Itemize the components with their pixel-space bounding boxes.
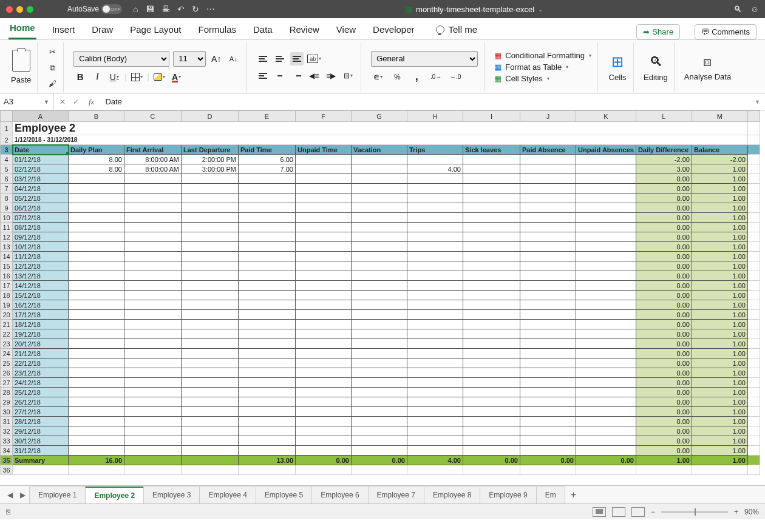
cell[interactable]: 30/12/18: [13, 436, 69, 446]
cell[interactable]: [296, 213, 352, 223]
page-break-view-icon[interactable]: [631, 507, 645, 517]
cell[interactable]: [296, 242, 352, 252]
cell[interactable]: [520, 368, 576, 378]
cell[interactable]: [576, 310, 636, 320]
cell[interactable]: [463, 203, 520, 213]
cell[interactable]: 15/12/18: [13, 291, 69, 300]
sheet-title[interactable]: Employee 2: [13, 122, 748, 135]
cell[interactable]: 01/12/18: [13, 155, 69, 164]
cell[interactable]: [576, 339, 636, 349]
cell[interactable]: [352, 164, 407, 174]
cell[interactable]: [520, 446, 576, 456]
table-header-cell[interactable]: Last Departure: [182, 145, 239, 155]
cell[interactable]: [296, 359, 352, 368]
cell[interactable]: [352, 329, 407, 339]
cell[interactable]: [352, 417, 407, 426]
name-box[interactable]: A3 ▼: [0, 93, 53, 110]
cell[interactable]: 1.00: [692, 397, 747, 407]
row-header[interactable]: 14: [1, 252, 13, 261]
cell[interactable]: [520, 203, 576, 213]
cell[interactable]: 1.00: [692, 271, 747, 281]
font-name-dropdown[interactable]: Calibri (Body): [73, 51, 169, 67]
row-header[interactable]: 13: [1, 242, 13, 252]
cell[interactable]: [124, 426, 182, 436]
cell[interactable]: [407, 397, 463, 407]
tab-formulas[interactable]: Formulas: [197, 21, 237, 39]
cell[interactable]: 13.00: [239, 456, 296, 465]
increase-decimal-icon[interactable]: .0→: [429, 70, 443, 84]
cell[interactable]: [352, 388, 407, 397]
cell[interactable]: 12/12/18: [13, 261, 69, 271]
row-header[interactable]: 5: [1, 164, 13, 174]
row-header[interactable]: 31: [1, 417, 13, 426]
cell[interactable]: [239, 397, 296, 407]
cell[interactable]: 1.00: [692, 339, 747, 349]
cell[interactable]: 0.00: [636, 223, 692, 232]
row-header[interactable]: 23: [1, 339, 13, 349]
cell[interactable]: [352, 310, 407, 320]
cell[interactable]: [520, 359, 576, 368]
cell[interactable]: [463, 426, 520, 436]
cell[interactable]: [463, 329, 520, 339]
cell[interactable]: [182, 446, 239, 456]
sheet-tab[interactable]: Employee 1: [29, 487, 86, 503]
cell[interactable]: 08/12/18: [13, 223, 69, 232]
cell[interactable]: 1.00: [692, 368, 747, 378]
cell[interactable]: [182, 329, 239, 339]
format-as-table-button[interactable]: ▦Format as Table▾: [494, 62, 591, 72]
cell[interactable]: [296, 223, 352, 232]
cell[interactable]: [124, 310, 182, 320]
maximize-window-button[interactable]: [27, 6, 33, 13]
column-header[interactable]: B: [69, 111, 124, 122]
cell[interactable]: 1.00: [692, 407, 747, 417]
cell[interactable]: 1.00: [692, 242, 747, 252]
cell[interactable]: 0.00: [636, 349, 692, 359]
table-header-cell[interactable]: Balance: [692, 145, 747, 155]
cell[interactable]: 0.00: [636, 194, 692, 203]
cell[interactable]: -2.00: [636, 155, 692, 164]
cell[interactable]: 16.00: [69, 456, 124, 465]
cell[interactable]: [296, 310, 352, 320]
cell[interactable]: [520, 407, 576, 417]
cell[interactable]: [296, 232, 352, 242]
cell[interactable]: 4.00: [407, 456, 463, 465]
cell[interactable]: [407, 388, 463, 397]
cell[interactable]: [407, 426, 463, 436]
cell[interactable]: [239, 436, 296, 446]
cell[interactable]: [576, 378, 636, 388]
cell[interactable]: [69, 232, 124, 242]
row-header[interactable]: 30: [1, 407, 13, 417]
cell[interactable]: [182, 388, 239, 397]
cell[interactable]: [576, 300, 636, 310]
cell[interactable]: 0.00: [636, 339, 692, 349]
cell[interactable]: [463, 417, 520, 426]
cell[interactable]: 1.00: [692, 388, 747, 397]
cell[interactable]: [69, 329, 124, 339]
cell[interactable]: [182, 339, 239, 349]
cell[interactable]: [463, 232, 520, 242]
cell[interactable]: [407, 174, 463, 184]
increase-indent-icon[interactable]: ≡▶: [324, 69, 338, 82]
cell[interactable]: [463, 252, 520, 261]
tab-developer[interactable]: Developer: [372, 21, 415, 39]
cell[interactable]: [576, 252, 636, 261]
cell[interactable]: 1.00: [692, 261, 747, 271]
cell[interactable]: 1.00: [692, 320, 747, 329]
cell[interactable]: [576, 349, 636, 359]
cell[interactable]: 22/12/18: [13, 359, 69, 368]
cell[interactable]: [13, 465, 69, 475]
borders-button[interactable]: ▾: [130, 70, 143, 84]
underline-button[interactable]: U▾: [107, 70, 121, 84]
cell[interactable]: [463, 242, 520, 252]
search-icon[interactable]: 🔍︎: [733, 4, 742, 14]
cell[interactable]: [124, 368, 182, 378]
cell[interactable]: [69, 378, 124, 388]
cell[interactable]: [239, 223, 296, 232]
tab-data[interactable]: Data: [252, 21, 274, 39]
table-header-cell[interactable]: First Arrival: [124, 145, 182, 155]
cell[interactable]: [692, 465, 747, 475]
cell[interactable]: [576, 164, 636, 174]
cell[interactable]: 1.00: [692, 417, 747, 426]
cell[interactable]: [463, 300, 520, 310]
minimize-window-button[interactable]: [16, 6, 23, 13]
